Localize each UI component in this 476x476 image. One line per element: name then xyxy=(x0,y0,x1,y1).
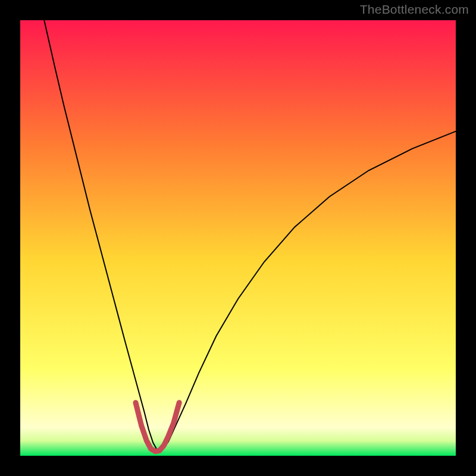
chart-background xyxy=(20,20,456,456)
chart-svg xyxy=(20,20,456,456)
chart-plot-area xyxy=(20,20,456,456)
watermark-text: TheBottleneck.com xyxy=(360,2,469,17)
